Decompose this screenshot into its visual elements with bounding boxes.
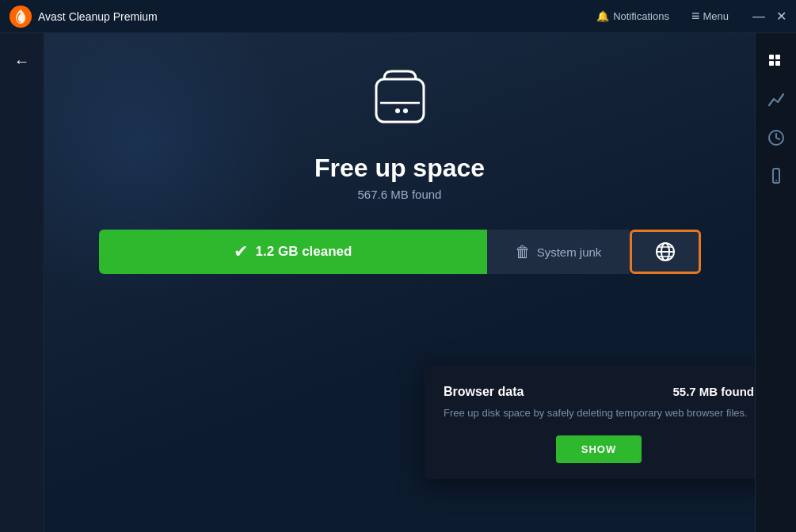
menu-button[interactable]: ≡ Menu <box>687 5 733 28</box>
app-logo: Avast Cleanup Premium <box>10 6 592 28</box>
right-sidebar <box>755 33 796 532</box>
chart-icon <box>767 91 785 108</box>
tab-cleaned[interactable]: ✔ 1.2 GB cleaned <box>99 230 487 274</box>
sidebar-mobile-button[interactable] <box>760 160 792 192</box>
app-title: Avast Cleanup Premium <box>38 10 158 23</box>
sidebar-grid-button[interactable] <box>760 46 792 78</box>
tab-bar: ✔ 1.2 GB cleaned 🗑 System junk <box>99 230 701 274</box>
svg-point-3 <box>403 108 408 113</box>
sidebar-history-button[interactable] <box>760 122 792 154</box>
tab-browser-data[interactable] <box>630 230 701 274</box>
svg-rect-11 <box>775 55 780 59</box>
phone-icon <box>767 167 785 184</box>
grid-icon <box>767 53 785 70</box>
svg-rect-10 <box>769 55 774 59</box>
page-subtitle: 567.6 MB found <box>358 188 442 201</box>
dropdown-title: Browser data <box>444 385 524 399</box>
tab-system-junk[interactable]: 🗑 System junk <box>487 230 630 274</box>
main-container: ← Free up space 567.6 MB found ✔ <box>0 33 796 532</box>
menu-label: Menu <box>703 10 729 22</box>
sidebar-analytics-button[interactable] <box>760 84 792 116</box>
back-panel: ← <box>0 33 44 532</box>
svg-rect-13 <box>775 61 780 66</box>
back-button[interactable]: ← <box>8 46 36 77</box>
dropdown-header: Browser data 55.7 MB found <box>444 385 754 399</box>
svg-rect-12 <box>769 61 774 66</box>
browser-data-dropdown: Browser data 55.7 MB found Free up disk … <box>425 366 755 479</box>
minimize-button[interactable]: — <box>752 10 765 23</box>
hard-drive-icon <box>364 65 436 136</box>
svg-rect-1 <box>376 79 424 122</box>
tab-system-label: System junk <box>537 245 602 259</box>
avast-logo-icon <box>10 6 32 28</box>
hdd-icon <box>364 65 436 139</box>
show-button[interactable]: SHOW <box>556 435 642 463</box>
trash-icon: 🗑 <box>515 243 531 261</box>
history-icon <box>767 129 785 146</box>
dropdown-description: Free up disk space by safely deleting te… <box>444 405 754 421</box>
titlebar-controls: 🔔 Notifications ≡ Menu — ✕ <box>592 5 786 28</box>
svg-point-16 <box>775 180 777 181</box>
page-title: Free up space <box>314 154 485 183</box>
dropdown-size: 55.7 MB found <box>672 385 754 398</box>
window-controls: — ✕ <box>752 10 786 23</box>
tab-cleaned-label: 1.2 GB cleaned <box>256 244 352 260</box>
bell-icon: 🔔 <box>596 10 609 22</box>
globe-icon <box>654 241 676 263</box>
notifications-label: Notifications <box>613 10 669 22</box>
hamburger-icon: ≡ <box>691 8 699 25</box>
notifications-button[interactable]: 🔔 Notifications <box>592 7 674 25</box>
content-area: Free up space 567.6 MB found ✔ 1.2 GB cl… <box>44 33 755 532</box>
close-button[interactable]: ✕ <box>776 10 786 23</box>
check-circle-icon: ✔ <box>234 241 248 262</box>
titlebar: Avast Cleanup Premium 🔔 Notifications ≡ … <box>0 0 796 33</box>
svg-point-2 <box>395 108 400 113</box>
